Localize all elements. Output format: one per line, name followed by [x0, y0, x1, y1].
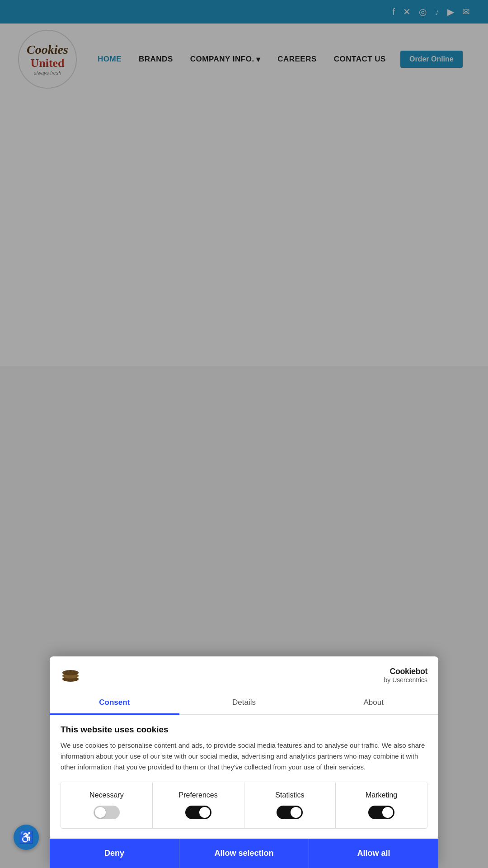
tab-details[interactable]: Details	[179, 692, 309, 715]
modal-tabs: Consent Details About	[50, 692, 438, 715]
cookiebot-brand: Cookiebot by Usercentrics	[384, 667, 427, 684]
preferences-toggle[interactable]	[185, 806, 211, 819]
marketing-toggle[interactable]	[368, 806, 394, 819]
allow-selection-button[interactable]: Allow selection	[179, 839, 309, 868]
necessary-label: Necessary	[89, 791, 124, 799]
necessary-toggle[interactable]	[94, 806, 120, 819]
accessibility-icon: ♿	[19, 830, 33, 844]
statistics-toggle[interactable]	[277, 806, 303, 819]
cookie-consent-title: This website uses cookies	[61, 725, 427, 735]
cookiebot-logo-icon	[61, 665, 80, 686]
modal-header: Cookiebot by Usercentrics	[50, 656, 438, 686]
marketing-label: Marketing	[366, 791, 397, 799]
preferences-toggle-knob	[199, 807, 210, 818]
allow-all-button[interactable]: Allow all	[309, 839, 438, 868]
statistics-label: Statistics	[275, 791, 304, 799]
necessary-toggle-knob	[95, 807, 106, 818]
cookie-consent-description: We use cookies to personalise content an…	[61, 740, 427, 773]
statistics-toggle-knob	[291, 807, 301, 818]
deny-button[interactable]: Deny	[50, 839, 179, 868]
toggle-cell-statistics: Statistics	[244, 782, 336, 828]
cookie-consent-modal: Cookiebot by Usercentrics Consent Detail…	[50, 656, 438, 868]
tab-consent[interactable]: Consent	[50, 692, 179, 715]
toggle-cell-marketing: Marketing	[336, 782, 427, 828]
toggle-cell-preferences: Preferences	[153, 782, 244, 828]
preferences-label: Preferences	[178, 791, 217, 799]
modal-body: This website uses cookies We use cookies…	[50, 715, 438, 839]
cookie-toggles-row: Necessary Preferences Statistics	[61, 782, 427, 829]
modal-actions: Deny Allow selection Allow all	[50, 839, 438, 868]
marketing-toggle-knob	[382, 807, 393, 818]
svg-point-2	[62, 670, 79, 675]
tab-about[interactable]: About	[309, 692, 438, 715]
toggle-cell-necessary: Necessary	[61, 782, 153, 828]
accessibility-button[interactable]: ♿	[14, 825, 39, 850]
